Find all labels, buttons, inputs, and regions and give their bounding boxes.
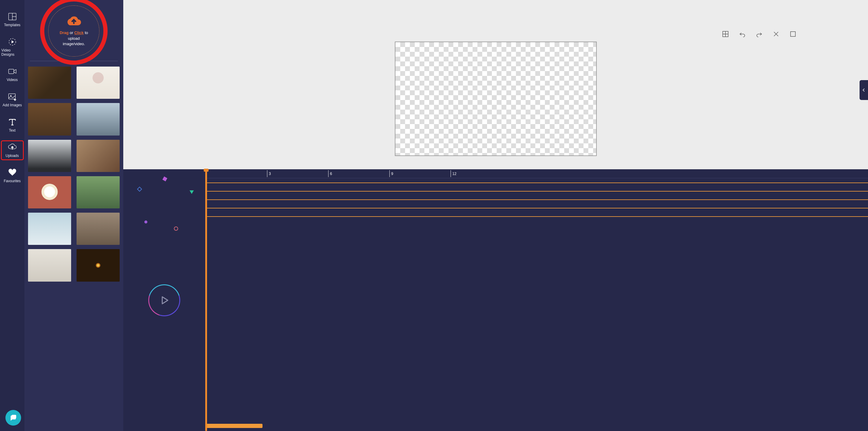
nav-templates[interactable]: Templates bbox=[1, 10, 23, 29]
nav-label: Favourites bbox=[4, 179, 21, 183]
upload-thumb[interactable] bbox=[76, 103, 120, 135]
upload-thumb[interactable] bbox=[28, 176, 71, 208]
decoration-square bbox=[162, 176, 167, 181]
favourites-icon bbox=[8, 168, 17, 177]
timeline-clip[interactable] bbox=[205, 424, 262, 428]
right-expand-button[interactable] bbox=[860, 80, 868, 100]
nav-label: Templates bbox=[4, 23, 21, 27]
chat-help-button[interactable] bbox=[5, 410, 21, 426]
main-area: 3 6 9 12 bbox=[123, 0, 868, 431]
upload-thumb[interactable] bbox=[76, 176, 120, 208]
upload-thumb[interactable] bbox=[28, 213, 71, 245]
close-button[interactable] bbox=[772, 30, 780, 38]
ruler-tick: 9 bbox=[390, 169, 393, 178]
nav-videos[interactable]: Videos bbox=[1, 65, 23, 84]
grid-icon bbox=[722, 30, 729, 38]
nav-label: Uploads bbox=[5, 154, 19, 158]
artboard-canvas[interactable] bbox=[395, 41, 597, 156]
upload-thumb[interactable] bbox=[76, 67, 120, 99]
uploads-panel: Drag or Click to upload image/video. bbox=[24, 0, 123, 431]
grid-button[interactable] bbox=[721, 30, 730, 38]
upload-text-line2: upload bbox=[68, 36, 80, 41]
decoration-diamond bbox=[137, 187, 142, 192]
cloud-upload-icon bbox=[65, 15, 82, 28]
redo-button[interactable] bbox=[755, 30, 763, 38]
fullscreen-button[interactable] bbox=[789, 30, 797, 38]
panel-divider bbox=[30, 61, 118, 61]
chevron-left-icon bbox=[861, 88, 866, 93]
left-nav: Templates Video Designs Videos Add Image… bbox=[0, 0, 24, 431]
canvas-toolbar bbox=[721, 30, 797, 38]
playhead[interactable] bbox=[205, 169, 207, 431]
uploads-icon bbox=[8, 143, 17, 152]
undo-button[interactable] bbox=[738, 30, 746, 38]
svg-rect-16 bbox=[790, 32, 795, 36]
close-icon bbox=[772, 30, 780, 38]
play-icon bbox=[158, 294, 170, 306]
add-images-icon bbox=[8, 92, 17, 101]
videos-icon bbox=[8, 67, 17, 76]
undo-icon bbox=[739, 30, 746, 38]
fullscreen-icon bbox=[789, 30, 797, 38]
upload-text-line3: image/video. bbox=[63, 41, 85, 47]
upload-thumb[interactable] bbox=[76, 140, 120, 172]
svg-point-7 bbox=[10, 95, 11, 96]
upload-to-word: to bbox=[85, 30, 88, 35]
decoration-dot bbox=[144, 221, 147, 224]
nav-favourites[interactable]: Favourites bbox=[1, 166, 23, 185]
app-root: Templates Video Designs Videos Add Image… bbox=[0, 0, 868, 431]
redo-icon bbox=[755, 30, 763, 38]
upload-thumb[interactable] bbox=[28, 249, 71, 281]
ruler-tick: 12 bbox=[451, 169, 456, 178]
timeline-area: 3 6 9 12 bbox=[123, 169, 868, 431]
play-button[interactable] bbox=[148, 284, 180, 316]
upload-click-word: Click bbox=[74, 30, 84, 35]
track-line[interactable] bbox=[205, 199, 868, 200]
text-icon bbox=[8, 118, 17, 127]
svg-marker-4 bbox=[11, 40, 14, 43]
uploads-grid[interactable] bbox=[24, 64, 123, 431]
upload-thumb[interactable] bbox=[28, 103, 71, 135]
timeline-ruler[interactable]: 3 6 9 12 bbox=[205, 169, 868, 178]
decoration-ring bbox=[174, 227, 178, 231]
chat-icon bbox=[9, 414, 17, 422]
track-line[interactable] bbox=[205, 191, 868, 192]
track-line[interactable] bbox=[205, 183, 868, 183]
upload-thumb[interactable] bbox=[28, 67, 71, 99]
upload-thumb[interactable] bbox=[76, 213, 120, 245]
nav-uploads[interactable]: Uploads bbox=[1, 141, 23, 160]
upload-thumb[interactable] bbox=[28, 140, 71, 172]
nav-text[interactable]: Text bbox=[1, 115, 23, 134]
canvas-wrap bbox=[123, 0, 868, 169]
upload-or-word: or bbox=[70, 30, 73, 35]
upload-thumb[interactable] bbox=[76, 249, 120, 281]
ruler-tick: 3 bbox=[267, 169, 271, 178]
nav-add-images[interactable]: Add Images bbox=[1, 90, 23, 109]
svg-rect-10 bbox=[12, 415, 16, 418]
playback-zone bbox=[123, 169, 205, 431]
decoration-triangle bbox=[190, 190, 194, 194]
ruler-tick: 6 bbox=[328, 169, 332, 178]
svg-rect-5 bbox=[8, 69, 14, 74]
timeline-tracks[interactable] bbox=[205, 178, 868, 431]
upload-drag-word: Drag bbox=[60, 30, 69, 35]
upload-dropzone[interactable]: Drag or Click to upload image/video. bbox=[48, 5, 99, 57]
nav-video-designs[interactable]: Video Designs bbox=[1, 36, 23, 59]
video-designs-icon bbox=[8, 37, 17, 46]
nav-label: Videos bbox=[7, 78, 18, 82]
nav-label: Video Designs bbox=[1, 48, 23, 57]
track-line[interactable] bbox=[205, 216, 868, 217]
upload-text-line1: Drag or Click to bbox=[60, 30, 88, 36]
nav-label: Text bbox=[9, 128, 16, 133]
templates-icon bbox=[8, 12, 17, 21]
nav-label: Add Images bbox=[2, 103, 22, 107]
track-line[interactable] bbox=[205, 208, 868, 208]
